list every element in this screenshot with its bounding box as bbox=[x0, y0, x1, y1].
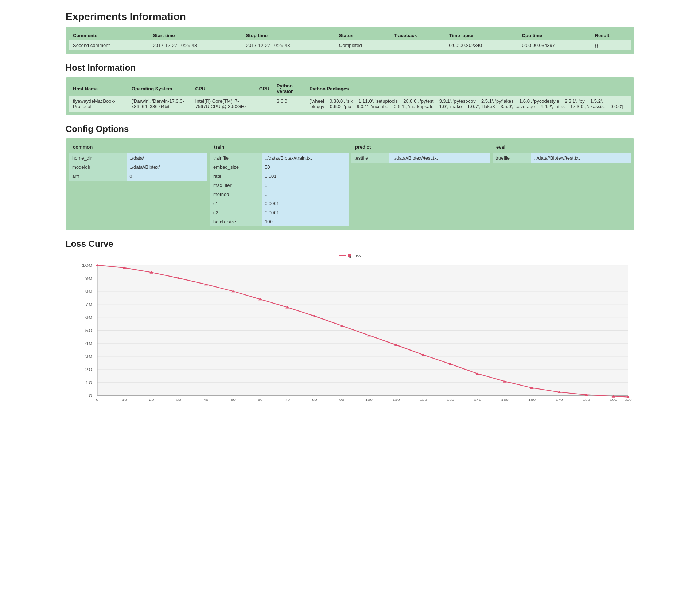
config-cell: ../data//Bibtex//train.txt bbox=[262, 153, 349, 163]
chart-container: 100 90 80 70 60 50 40 30 20 10 0 bbox=[66, 261, 634, 407]
table-row: trainfile../data//Bibtex//train.txt bbox=[210, 153, 349, 163]
experiments-body: Second comment2017-12-27 10:29:432017-12… bbox=[69, 40, 631, 50]
config-cell: 0 bbox=[127, 172, 207, 181]
host-section: Host Information Host NameOperating Syst… bbox=[66, 63, 634, 115]
host-col-header: Host Name bbox=[69, 81, 128, 96]
config-inner-table: home_dir../data/modeldir../data//Bibtex/… bbox=[69, 153, 207, 181]
config-column: evaltruefile../data//Bibtex//test.txt bbox=[493, 142, 631, 163]
host-table: Host NameOperating SystemCPUGPUPython Ve… bbox=[69, 81, 631, 112]
x-label: 200 bbox=[625, 399, 632, 402]
config-cell: method bbox=[210, 190, 262, 199]
experiments-col-header: Stop time bbox=[242, 31, 335, 40]
table-cell: 2017-12-27 10:29:43 bbox=[242, 40, 335, 50]
config-cell: ../data/ bbox=[127, 153, 207, 163]
config-grid: commonhome_dir../data/modeldir../data//B… bbox=[69, 142, 631, 226]
y-label: 40 bbox=[85, 341, 92, 346]
config-cell: 0 bbox=[262, 190, 349, 199]
config-cell: max_iter bbox=[210, 181, 262, 190]
config-wrapper: commonhome_dir../data/modeldir../data//B… bbox=[66, 138, 634, 230]
config-cell: 50 bbox=[262, 163, 349, 172]
loss-legend: ▲ Loss bbox=[66, 253, 634, 258]
table-cell: {} bbox=[591, 40, 631, 50]
table-row: max_iter5 bbox=[210, 181, 349, 190]
config-section-label: common bbox=[69, 142, 207, 152]
config-inner-table: truefile../data//Bibtex//test.txt bbox=[493, 153, 631, 163]
x-label: 50 bbox=[231, 399, 236, 402]
loss-chart: 100 90 80 70 60 50 40 30 20 10 0 bbox=[66, 261, 634, 407]
table-row: method0 bbox=[210, 190, 349, 199]
table-cell: ['Darwin', 'Darwin-17.3.0-x86_64-i386-64… bbox=[128, 96, 192, 112]
x-label: 60 bbox=[258, 399, 263, 402]
config-title: Config Options bbox=[66, 124, 634, 134]
config-cell: 0.0001 bbox=[262, 199, 349, 208]
config-cell: ../data//Bibtex/ bbox=[127, 163, 207, 172]
experiments-col-header: Comments bbox=[69, 31, 149, 40]
x-label: 30 bbox=[176, 399, 182, 402]
config-cell: rate bbox=[210, 172, 262, 181]
table-row: c10.0001 bbox=[210, 199, 349, 208]
experiments-title: Experiments Information bbox=[66, 11, 634, 23]
host-header-row: Host NameOperating SystemCPUGPUPython Ve… bbox=[69, 81, 631, 96]
experiments-col-header: Time lapse bbox=[446, 31, 518, 40]
table-cell: 0:00:00.034397 bbox=[518, 40, 591, 50]
config-cell: testfile bbox=[351, 153, 389, 163]
table-cell bbox=[390, 40, 446, 50]
config-cell: 0.0001 bbox=[262, 208, 349, 217]
host-table-wrapper: Host NameOperating SystemCPUGPUPython Ve… bbox=[66, 77, 634, 115]
y-label: 10 bbox=[85, 380, 92, 385]
y-label: 50 bbox=[85, 328, 92, 333]
x-label: 80 bbox=[312, 399, 317, 402]
host-col-header: GPU bbox=[256, 81, 273, 96]
config-cell: arff bbox=[69, 172, 127, 181]
legend-label: Loss bbox=[352, 253, 361, 258]
config-cell: c1 bbox=[210, 199, 262, 208]
config-cell: ../data//Bibtex//test.txt bbox=[531, 153, 631, 163]
loss-curve-title: Loss Curve bbox=[66, 239, 634, 249]
experiments-col-header: Status bbox=[335, 31, 390, 40]
table-row: home_dir../data/ bbox=[69, 153, 207, 163]
loss-curve-section: Loss Curve ▲ Loss 100 90 80 70 bbox=[66, 239, 634, 407]
config-cell: ../data//Bibtex//test.txt bbox=[389, 153, 490, 163]
config-cell: 5 bbox=[262, 181, 349, 190]
table-row: modeldir../data//Bibtex/ bbox=[69, 163, 207, 172]
x-label: 10 bbox=[122, 399, 127, 402]
x-label: 0 bbox=[96, 399, 98, 402]
experiments-header-row: CommentsStart timeStop timeStatusTraceba… bbox=[69, 31, 631, 40]
experiments-col-header: Traceback bbox=[390, 31, 446, 40]
config-section-label: predict bbox=[351, 142, 490, 152]
experiments-col-header: Result bbox=[591, 31, 631, 40]
x-label: 70 bbox=[285, 399, 290, 402]
host-title: Host Information bbox=[66, 63, 634, 73]
host-col-header: CPU bbox=[192, 81, 256, 96]
legend-line-icon bbox=[339, 255, 346, 256]
y-label: 100 bbox=[82, 263, 92, 267]
config-column: commonhome_dir../data/modeldir../data//B… bbox=[69, 142, 207, 181]
legend-marker-icon: ▲ bbox=[348, 254, 351, 257]
experiments-col-header: Start time bbox=[149, 31, 242, 40]
table-cell: 2017-12-27 10:29:43 bbox=[149, 40, 242, 50]
config-cell: embed_size bbox=[210, 163, 262, 172]
config-cell: truefile bbox=[493, 153, 531, 163]
config-section: Config Options commonhome_dir../data/mod… bbox=[66, 124, 634, 230]
table-cell: 3.6.0 bbox=[273, 96, 306, 112]
x-label: 130 bbox=[447, 399, 454, 402]
host-body: flyawaydeMacBook-Pro.local['Darwin', 'Da… bbox=[69, 96, 631, 112]
x-label: 150 bbox=[501, 399, 509, 402]
x-label: 40 bbox=[203, 399, 209, 402]
config-cell: c2 bbox=[210, 208, 262, 217]
config-column: traintrainfile../data//Bibtex//train.txt… bbox=[210, 142, 349, 226]
table-row: batch_size100 bbox=[210, 217, 349, 226]
y-label: 70 bbox=[85, 302, 92, 307]
x-label: 110 bbox=[392, 399, 400, 402]
config-section-label: eval bbox=[493, 142, 631, 152]
y-label: 90 bbox=[85, 276, 92, 281]
experiments-table-wrapper: CommentsStart timeStop timeStatusTraceba… bbox=[66, 27, 634, 54]
y-label: 80 bbox=[85, 289, 92, 294]
table-cell bbox=[256, 96, 273, 112]
config-cell: trainfile bbox=[210, 153, 262, 163]
config-inner-table: trainfile../data//Bibtex//train.txtembed… bbox=[210, 153, 349, 226]
config-cell: 100 bbox=[262, 217, 349, 226]
host-col-header: Python Packages bbox=[306, 81, 631, 96]
config-cell: modeldir bbox=[69, 163, 127, 172]
x-label: 20 bbox=[149, 399, 154, 402]
